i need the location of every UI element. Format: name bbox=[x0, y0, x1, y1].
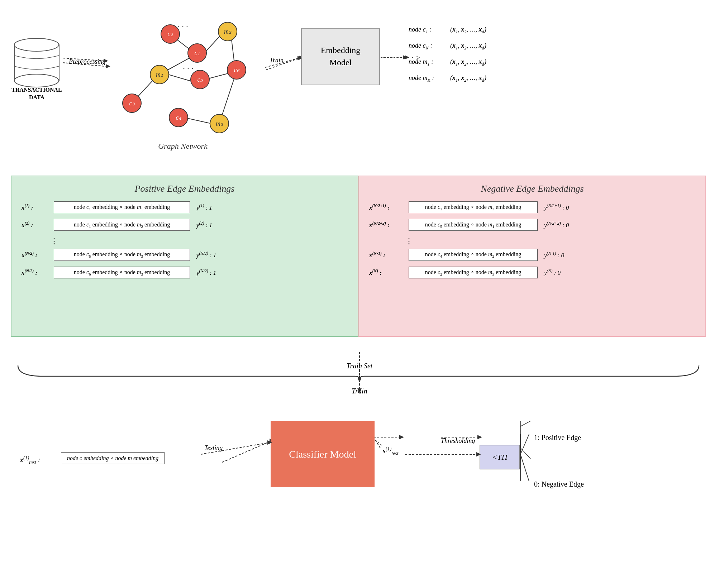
positive-title: Positive Edge Embeddings bbox=[22, 183, 348, 194]
svg-text:c₄: c₄ bbox=[176, 114, 181, 121]
neg-row-1: x(N/2+1) : node c1 embedding ∘ node m3 e… bbox=[369, 201, 695, 213]
svg-text:c₆: c₆ bbox=[234, 66, 239, 73]
s-test-label: s(1)test bbox=[383, 446, 399, 456]
neg-dots: ⋮ bbox=[405, 236, 695, 246]
svg-marker-13 bbox=[477, 435, 482, 439]
svg-line-15 bbox=[520, 448, 530, 459]
svg-marker-11 bbox=[399, 435, 404, 439]
svg-text:c₂: c₂ bbox=[167, 30, 173, 38]
train-down-svg bbox=[0, 348, 719, 405]
svg-marker-66 bbox=[357, 378, 362, 382]
train-down-label: Train bbox=[352, 387, 367, 395]
pos-row-2: x(2) : node c1 embedding ∘ node m2 embed… bbox=[22, 219, 348, 231]
svg-text:c₅: c₅ bbox=[197, 76, 203, 83]
pos-row-n2: x(N/2) : node c5 embedding ∘ node m3 emb… bbox=[22, 249, 348, 260]
svg-text:· · ·: · · · bbox=[177, 22, 188, 31]
x-test-label: x(1)test : bbox=[20, 455, 40, 465]
th-box: < TH bbox=[480, 445, 520, 469]
svg-line-14 bbox=[520, 421, 530, 426]
pos-dots: ⋮ bbox=[50, 236, 348, 246]
embed-row-cN: node cN : (x1, x2, …, xd) bbox=[409, 38, 486, 54]
svg-line-58 bbox=[375, 440, 383, 446]
x-test-box: node c embedding ∘ node m embedding bbox=[61, 452, 165, 464]
svg-line-56 bbox=[520, 454, 529, 481]
result-positive: 1: Positive Edge bbox=[534, 434, 581, 442]
neg-row-n1: x(N-1) : node c4 embedding ∘ node m2 emb… bbox=[369, 249, 695, 260]
svg-line-55 bbox=[520, 434, 529, 454]
embeddings-list: node c1 : (x1, x2, …, xd) node cN : (x1,… bbox=[409, 21, 486, 86]
neg-row-2: x(N/2+2) : node c5 embedding ∘ node m1 e… bbox=[369, 219, 695, 231]
train-set-label: Train Set bbox=[347, 362, 373, 370]
result-negative: 0: Negative Edge bbox=[534, 480, 584, 488]
svg-text:m₁: m₁ bbox=[156, 71, 163, 78]
embed-row-m1: node m1 : (x1, x2, …, xd) bbox=[409, 54, 486, 70]
positive-panel: Positive Edge Embeddings x(1) : node c1 … bbox=[11, 176, 358, 337]
svg-line-8 bbox=[222, 441, 272, 462]
svg-text:c₃: c₃ bbox=[129, 100, 135, 107]
testing-label: Testing bbox=[204, 444, 223, 452]
svg-line-26 bbox=[220, 73, 236, 120]
svg-point-19 bbox=[14, 74, 59, 87]
classifier-box: Classifier Model bbox=[271, 421, 375, 487]
database-icon: TRANSACTIONALDATA bbox=[11, 32, 63, 101]
thresholding-label: Thresholding bbox=[441, 437, 475, 445]
svg-text:Graph Network: Graph Network bbox=[158, 142, 208, 150]
embedding-model-box: EmbeddingModel bbox=[301, 28, 380, 85]
svg-text:m₂: m₂ bbox=[224, 28, 232, 35]
neg-row-n: x(N) : node c2 embedding ∘ node m3 embed… bbox=[369, 267, 695, 278]
negative-panel: Negative Edge Embeddings x(N/2+1) : node… bbox=[358, 176, 706, 337]
svg-text:· · ·: · · · bbox=[183, 63, 194, 73]
train-label-top: Train bbox=[270, 57, 284, 64]
svg-line-52 bbox=[375, 440, 381, 449]
database-label: TRANSACTIONALDATA bbox=[11, 86, 63, 101]
svg-text:m₃: m₃ bbox=[216, 120, 223, 127]
main-diagram: TRANSACTIONALDATA Preprocessing · · · c₂ bbox=[0, 0, 719, 588]
pos-row-n2b: x(N/2) : node c6 embedding ∘ node m3 emb… bbox=[22, 267, 348, 278]
negative-title: Negative Edge Embeddings bbox=[369, 183, 695, 194]
svg-point-18 bbox=[14, 38, 59, 51]
graph-network-svg: · · · c₂ c₁ m₂ m₁ · · · c₅ c₆ c₃ c₄ m₃ G bbox=[100, 11, 265, 150]
embed-row-mK: node mK : (x1, x2, …, xd) bbox=[409, 70, 486, 86]
svg-text:c₁: c₁ bbox=[194, 49, 200, 57]
embed-row-c1: node c1 : (x1, x2, …, xd) bbox=[409, 21, 486, 38]
pos-row-1: x(1) : node c1 embedding ∘ node m1 embed… bbox=[22, 201, 348, 213]
